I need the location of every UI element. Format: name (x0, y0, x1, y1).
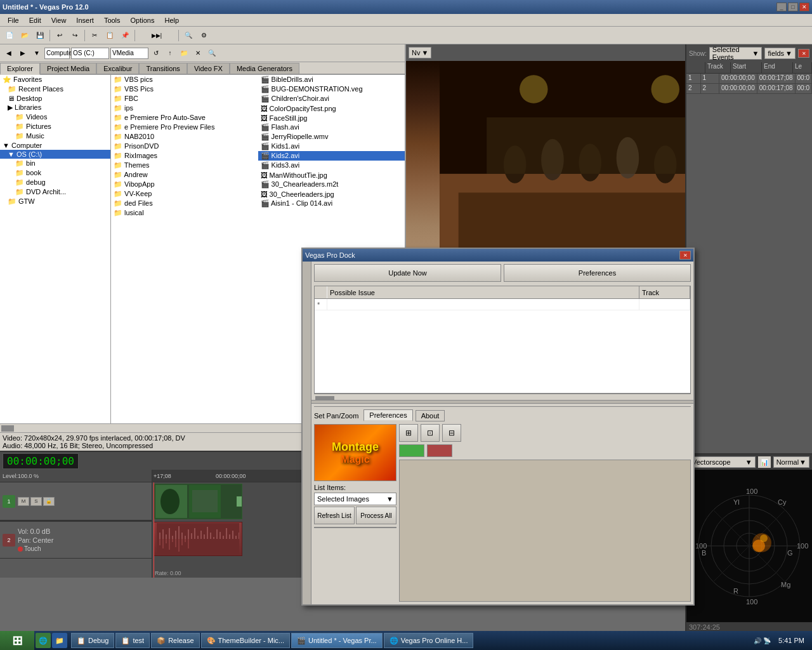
file-color-opacity[interactable]: 🖼 ColorOpacityTest.png (258, 103, 405, 113)
tab-explorer[interactable]: Explorer (0, 63, 40, 75)
folder-added-files[interactable]: 📁 ded Files (111, 199, 258, 208)
tab-excalibur[interactable]: Excalibur (96, 63, 139, 74)
menu-insert[interactable]: Insert (71, 15, 99, 25)
dock-close-button[interactable]: ✕ (679, 251, 691, 260)
file-man-without-tie[interactable]: 🖼 ManWithoutTie.jpg (258, 170, 405, 180)
tree-computer[interactable]: ▼ Computer (0, 141, 110, 150)
taskbar-ie-icon[interactable]: 🌐 (36, 633, 51, 648)
folder-premiere-autosave[interactable]: 📁 e Premiere Pro Auto-Save (111, 113, 258, 123)
folder-andrew[interactable]: 📁 Andrew (111, 170, 258, 180)
vs-mode-dropdown[interactable]: Normal ▼ (773, 456, 809, 468)
folder-musical[interactable]: 📁 lusical (111, 208, 258, 218)
save-button[interactable]: 💾 (33, 29, 47, 43)
taskbar-themebuilder[interactable]: 🎨 ThemeBuilder - Mic... (201, 633, 291, 648)
file-childrens-choir[interactable]: 🎬 Children'sChoir.avi (258, 94, 405, 103)
taskbar-folder-icon[interactable]: 📁 (52, 633, 67, 648)
video-clip-1[interactable] (154, 484, 242, 519)
render-button[interactable]: ▶▶| (138, 29, 176, 43)
file-flash[interactable]: 🎬 Flash.avi (258, 123, 405, 132)
track-1-solo[interactable]: S (30, 497, 42, 506)
tree-bin[interactable]: 📁 bin (0, 159, 110, 168)
menu-options[interactable]: Options (126, 15, 160, 25)
folder-themes[interactable]: 📁 Themes (111, 161, 258, 170)
refresh-button[interactable]: ↺ (150, 48, 162, 59)
file-30-cheer-m2t[interactable]: 🎬 30_Chearleaders.m2t (258, 180, 405, 189)
file-kids3[interactable]: 🎬 Kids3.avi (258, 161, 405, 170)
scroll-thumb[interactable] (1, 425, 14, 432)
menu-view[interactable]: View (46, 15, 72, 25)
new-button[interactable]: 📄 (3, 29, 16, 43)
folder-vbs-pics[interactable]: 📁 VBS pics (111, 75, 258, 84)
cut-button[interactable]: ✂ (88, 29, 102, 43)
tree-desktop[interactable]: 🖥 Desktop (0, 94, 110, 103)
update-now-button[interactable]: Update Now (314, 264, 501, 282)
audio-clip-1[interactable] (154, 522, 242, 556)
tree-favorites[interactable]: ⭐ Favorites (0, 75, 110, 84)
close-button[interactable]: ✕ (799, 3, 809, 11)
tree-book[interactable]: 📁 book (0, 168, 110, 178)
tab-media-generators[interactable]: Media Generators (230, 63, 299, 74)
file-30-cheer-jpg[interactable]: 🖼 30_Cheerleaders.jpg (258, 189, 405, 199)
taskbar-release[interactable]: 📦 Release (151, 633, 199, 648)
file-jerry[interactable]: 🎬 JerryRiopelle.wmv (258, 132, 405, 142)
start-button[interactable]: ⊞ (0, 631, 34, 650)
pz-reset-button[interactable]: ⊟ (442, 424, 461, 442)
track-1-lock[interactable]: 🔒 (43, 497, 55, 506)
file-kids1[interactable]: 🎬 Kids1.avi (258, 142, 405, 151)
file-face-still[interactable]: 🖼 FaceStill.jpg (258, 113, 405, 123)
undo-button[interactable]: ↩ (53, 29, 67, 43)
taskbar-debug[interactable]: 📋 Debug (71, 633, 114, 648)
menu-edit[interactable]: Edit (24, 15, 46, 25)
pane-divider[interactable] (311, 400, 693, 404)
open-button[interactable]: 📂 (18, 29, 32, 43)
preferences-button[interactable]: Preferences (504, 264, 691, 282)
back-button[interactable]: ◀ (3, 48, 15, 59)
folder-fbc[interactable]: 📁 FBC (111, 94, 258, 103)
fields-dropdown[interactable]: fields ▼ (764, 48, 796, 59)
folder-vv-keep[interactable]: 📁 VV-Keep (111, 189, 258, 199)
panzoom-tab-preferences[interactable]: Preferences (363, 409, 412, 421)
refresh-list-button[interactable]: Refresh List (314, 507, 355, 524)
events-close-button[interactable]: ✕ (798, 49, 809, 58)
new-folder-button[interactable]: 📁 (178, 48, 190, 59)
list-items-dropdown[interactable]: Selected Images ▼ (314, 493, 396, 505)
pz-red-button[interactable] (427, 444, 452, 457)
folder-ips[interactable]: 📁 ips (111, 103, 258, 113)
tab-video-fx[interactable]: Video FX (187, 63, 230, 74)
redo-button[interactable]: ↪ (68, 29, 82, 43)
delete-button[interactable]: ✕ (192, 48, 204, 59)
tree-music[interactable]: 📁 Music (0, 131, 110, 141)
process-all-button[interactable]: Process All (356, 507, 396, 524)
copy-button[interactable]: 📋 (103, 29, 117, 43)
track-1-mute[interactable]: M (18, 497, 29, 506)
tree-debug[interactable]: 📁 debug (0, 178, 110, 187)
vs-settings-button[interactable]: 📊 (758, 456, 771, 468)
pz-green-button[interactable] (399, 444, 424, 457)
file-bug-demo[interactable]: 🎬 BUG-DEMONSTRATION.veg (258, 84, 405, 94)
folder-nab2010[interactable]: 📁 NAB2010 (111, 132, 258, 142)
taskbar-vegas-help[interactable]: 🌐 Vegas Pro Online H... (384, 633, 474, 648)
file-bible-drills[interactable]: 🎬 BibleDrills.avi (258, 75, 405, 84)
maximize-button[interactable]: □ (788, 3, 798, 11)
menu-file[interactable]: File (3, 15, 24, 25)
folder-vbs-pics2[interactable]: 📁 VBS Pics (111, 84, 258, 94)
tree-recent-places[interactable]: 📁 Recent Places (0, 84, 110, 94)
pz-center-button[interactable]: ⊡ (421, 424, 440, 442)
tree-videos[interactable]: 📁 Videos (0, 112, 110, 122)
events-show-dropdown[interactable]: Selected Events ▼ (709, 47, 763, 60)
forward-button[interactable]: ▶ (16, 48, 29, 59)
zoom-in-button[interactable]: 🔍 (181, 29, 195, 43)
folder-rix[interactable]: 📁 RixImages (111, 151, 258, 161)
tab-project-media[interactable]: Project Media (40, 63, 96, 74)
paste-button[interactable]: 📌 (118, 29, 132, 43)
vectorscope-type-dropdown[interactable]: Vectorscope ▼ (689, 456, 756, 468)
dropdown-button[interactable]: ▼ (30, 48, 43, 59)
properties-button[interactable]: ⚙ (197, 29, 211, 43)
folder-vibop[interactable]: 📁 VibopApp (111, 180, 258, 189)
menu-help[interactable]: Help (159, 15, 184, 25)
preview-mode-dropdown[interactable]: Nv▼ (409, 47, 431, 58)
tree-os-c[interactable]: ▼ OS (C:\) (0, 150, 110, 159)
playhead[interactable] (154, 482, 154, 578)
search-button[interactable]: 🔍 (206, 48, 218, 59)
folder-label[interactable]: VMedia (110, 48, 148, 59)
